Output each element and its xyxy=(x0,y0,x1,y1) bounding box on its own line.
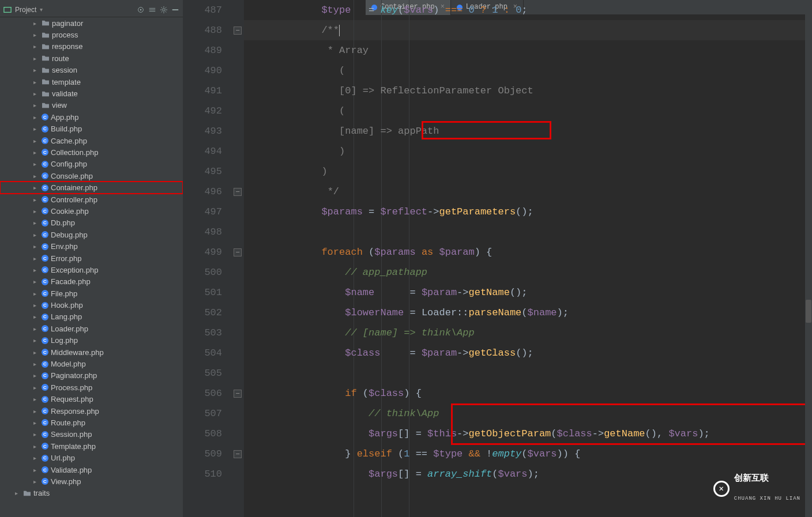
vertical-scrollbar[interactable] xyxy=(805,0,812,517)
expand-icon[interactable]: ▸ xyxy=(33,67,39,73)
gear-icon[interactable] xyxy=(160,6,168,14)
expand-icon[interactable]: ▸ xyxy=(33,326,39,332)
tree-file[interactable]: ▸CCookie.php xyxy=(0,205,183,217)
code-line[interactable]: $name = $param->getName(); xyxy=(251,282,812,303)
expand-icon[interactable]: ▸ xyxy=(33,20,39,27)
tree-file[interactable]: ▸CException.php xyxy=(0,264,183,276)
tree-file[interactable]: ▸CDebug.php xyxy=(0,229,183,240)
expand-icon[interactable]: ▸ xyxy=(33,43,39,50)
expand-icon[interactable]: ▸ xyxy=(33,420,39,426)
expand-icon[interactable]: ▸ xyxy=(15,490,21,496)
tree-file[interactable]: ▸CPaginator.php xyxy=(0,370,183,382)
expand-icon[interactable]: ▸ xyxy=(33,161,39,167)
expand-icon[interactable]: ▸ xyxy=(33,384,39,391)
tree-file[interactable]: ▸CConfig.php xyxy=(0,159,183,170)
tree-file[interactable]: ▸CError.php xyxy=(0,252,183,264)
expand-icon[interactable]: ▸ xyxy=(33,184,39,191)
dropdown-icon[interactable]: ▾ xyxy=(40,6,43,13)
expand-icon[interactable]: ▸ xyxy=(33,197,39,203)
tree-folder[interactable]: ▸view xyxy=(0,100,183,111)
code-line[interactable]: $params = $reflect->getParameters(); xyxy=(251,202,812,222)
expand-icon[interactable]: ▸ xyxy=(33,32,39,38)
tree-file[interactable]: ▸CResponse.php xyxy=(0,405,183,417)
tree-file[interactable]: ▸CLoader.php xyxy=(0,323,183,334)
expand-icon[interactable]: ▸ xyxy=(33,102,39,108)
code-line[interactable]: ) xyxy=(251,141,812,161)
tree-file[interactable]: ▸CConsole.php xyxy=(0,170,183,182)
expand-icon[interactable]: ▸ xyxy=(33,55,39,62)
code-line[interactable]: $class = $param->getClass(); xyxy=(251,343,812,363)
tree-folder[interactable]: ▸template xyxy=(0,76,183,88)
tree-file[interactable]: ▸CRoute.php xyxy=(0,417,183,428)
expand-icon[interactable]: ▸ xyxy=(33,149,39,156)
expand-icon[interactable]: ▸ xyxy=(33,232,39,238)
expand-icon[interactable]: ▸ xyxy=(33,443,39,450)
code-line[interactable]: ( xyxy=(251,61,812,81)
code-line[interactable]: [0] => ReflectionParameter Object xyxy=(251,81,812,101)
tree-file[interactable]: ▸CCache.php xyxy=(0,135,183,146)
code-line[interactable]: ( xyxy=(251,101,812,121)
fold-toggle[interactable] xyxy=(234,188,242,196)
tree-file[interactable]: ▸CProcess.php xyxy=(0,382,183,393)
expand-icon[interactable]: ▸ xyxy=(33,208,39,214)
fold-toggle[interactable] xyxy=(234,450,242,458)
project-header[interactable]: Project ▾ xyxy=(0,2,183,17)
code-line[interactable]: // [name] => think\App xyxy=(251,323,812,343)
project-sidebar[interactable]: Project ▾ ▸paginator▸process▸response▸ro… xyxy=(0,0,183,517)
tree-folder[interactable]: ▸process xyxy=(0,29,183,40)
tree-file[interactable]: ▸CLang.php xyxy=(0,311,183,323)
expand-icon[interactable]: ▸ xyxy=(33,455,39,461)
collapse-icon[interactable] xyxy=(148,6,156,14)
expand-icon[interactable]: ▸ xyxy=(33,349,39,356)
code-line[interactable]: if ($class) { xyxy=(251,383,812,403)
expand-icon[interactable]: ▸ xyxy=(33,114,39,120)
tree-file[interactable]: ▸CSession.php xyxy=(0,429,183,440)
code-line[interactable]: /** xyxy=(251,20,812,40)
tree-folder[interactable]: ▸response xyxy=(0,41,183,52)
expand-icon[interactable]: ▸ xyxy=(33,79,39,85)
expand-icon[interactable]: ▸ xyxy=(33,255,39,262)
tree-folder[interactable]: ▸validate xyxy=(0,88,183,99)
target-icon[interactable] xyxy=(137,6,145,14)
tree-file[interactable]: ▸CFacade.php xyxy=(0,276,183,288)
tree-file[interactable]: ▸CLog.php xyxy=(0,335,183,346)
expand-icon[interactable]: ▸ xyxy=(33,173,39,179)
expand-icon[interactable]: ▸ xyxy=(33,267,39,273)
expand-icon[interactable]: ▸ xyxy=(33,243,39,250)
expand-icon[interactable]: ▸ xyxy=(33,220,39,226)
tree-file[interactable]: ▸CRequest.php xyxy=(0,394,183,405)
expand-icon[interactable]: ▸ xyxy=(33,372,39,379)
fold-toggle[interactable] xyxy=(234,27,242,35)
code-line[interactable]: foreach ($params as $param) { xyxy=(251,242,812,262)
tree-file[interactable]: ▸CBuild.php xyxy=(0,123,183,135)
tree-file[interactable]: ▸CCollection.php xyxy=(0,146,183,158)
expand-icon[interactable]: ▸ xyxy=(33,396,39,402)
code-line[interactable]: * Array xyxy=(251,40,812,61)
tree-file[interactable]: ▸CHook.php xyxy=(0,299,183,311)
code-editor[interactable]: Container.php×Loader.php× 48748848949049… xyxy=(183,0,812,517)
code-line[interactable]: $type = key($vars) === 0 ? 1 : 0; xyxy=(251,0,812,20)
tree-file[interactable]: ▸CController.php xyxy=(0,194,183,205)
fold-toggle[interactable] xyxy=(234,390,242,398)
tree-file[interactable]: ▸CTemplate.php xyxy=(0,440,183,452)
tree-file[interactable]: ▸CApp.php xyxy=(0,111,183,123)
code-line[interactable]: $lowerName = Loader::parseName($name); xyxy=(251,303,812,323)
tree-file[interactable]: ▸CView.php xyxy=(0,476,183,487)
expand-icon[interactable]: ▸ xyxy=(33,138,39,144)
tree-folder[interactable]: ▸session xyxy=(0,65,183,76)
tree-file[interactable]: ▸CValidate.php xyxy=(0,464,183,476)
minimize-icon[interactable] xyxy=(171,6,179,14)
tree-file[interactable]: ▸CFile.php xyxy=(0,288,183,299)
tree-file[interactable]: ▸CUrl.php xyxy=(0,452,183,463)
expand-icon[interactable]: ▸ xyxy=(33,431,39,437)
expand-icon[interactable]: ▸ xyxy=(33,302,39,308)
tree-file[interactable]: ▸CContainer.php xyxy=(0,182,183,193)
code-line[interactable] xyxy=(251,222,812,242)
tree-file[interactable]: ▸CModel.php xyxy=(0,358,183,369)
fold-toggle[interactable] xyxy=(234,248,242,256)
tree-folder[interactable]: ▸route xyxy=(0,52,183,64)
code-line[interactable] xyxy=(251,363,812,383)
tree-file[interactable]: ▸CEnv.php xyxy=(0,240,183,252)
tree-file[interactable]: ▸CDb.php xyxy=(0,217,183,229)
code-line[interactable]: ) xyxy=(251,161,812,182)
